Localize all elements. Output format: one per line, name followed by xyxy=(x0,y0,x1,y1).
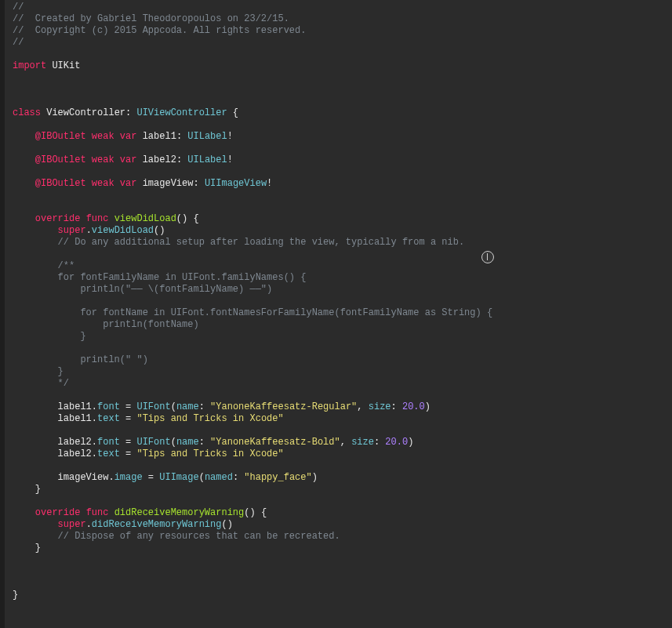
prop: text xyxy=(97,448,120,459)
keyword-var: var xyxy=(120,154,137,165)
var-ref: label2 xyxy=(58,437,92,448)
prop: font xyxy=(97,437,120,448)
comment-line: // xyxy=(13,37,24,48)
comment-line: // xyxy=(13,2,24,13)
keyword-func: func xyxy=(86,507,109,518)
block-comment: } xyxy=(58,366,64,377)
keyword-func: func xyxy=(86,213,109,224)
type: UILabel xyxy=(187,131,227,142)
var-name: label2 xyxy=(143,154,176,165)
prop: text xyxy=(97,413,120,424)
ctor: UIFont xyxy=(136,437,170,448)
keyword-weak: weak xyxy=(92,131,114,142)
block-comment: for fontFamilyName in UIFont.familyNames… xyxy=(58,272,307,283)
module-name: UIKit xyxy=(52,60,80,71)
brace: { xyxy=(227,107,238,118)
call: viewDidLoad xyxy=(92,225,154,236)
colon: : xyxy=(125,107,136,118)
block-comment: /** xyxy=(58,260,75,271)
attr-iboutlet: @IBOutlet xyxy=(35,154,86,165)
var-name: label1 xyxy=(143,131,176,142)
string: "Tips and Tricks in Xcode" xyxy=(136,448,283,459)
string: "YanoneKaffeesatz-Bold" xyxy=(210,437,340,448)
keyword-override: override xyxy=(35,507,81,518)
keyword-import: import xyxy=(13,60,46,71)
string: "happy_face" xyxy=(244,472,311,483)
keyword-weak: weak xyxy=(92,154,114,165)
ctor: UIFont xyxy=(136,401,170,412)
var-ref: label2 xyxy=(58,448,92,459)
keyword-weak: weak xyxy=(92,178,114,189)
string: "Tips and Tricks in Xcode" xyxy=(136,413,283,424)
keyword-super: super xyxy=(58,225,86,236)
var-ref: imageView xyxy=(58,472,109,483)
var-ref: label1 xyxy=(58,401,92,412)
call: didReceiveMemoryWarning xyxy=(92,519,222,530)
brace: } xyxy=(35,543,41,554)
number: 20.0 xyxy=(402,401,425,412)
code-content[interactable]: // // Created by Gabriel Theodoropoulos … xyxy=(9,2,672,601)
func-name: viewDidLoad xyxy=(114,213,176,224)
type: UIImageView xyxy=(205,178,267,189)
prop: font xyxy=(97,401,120,412)
ctor: UIImage xyxy=(159,472,198,483)
superclass: UIViewController xyxy=(136,107,227,118)
block-comment: for fontName in UIFont.fontNamesForFamil… xyxy=(58,307,493,318)
keyword-var: var xyxy=(120,178,137,189)
comment-line: // Do any additional setup after loading… xyxy=(58,237,464,248)
func-name: didReceiveMemoryWarning xyxy=(114,507,245,518)
block-comment: println(fontName) xyxy=(58,319,199,330)
type: UILabel xyxy=(187,154,227,165)
attr-iboutlet: @IBOutlet xyxy=(35,131,86,142)
brace: } xyxy=(13,590,18,601)
number: 20.0 xyxy=(385,437,408,448)
keyword-super: super xyxy=(58,519,86,530)
var-ref: label1 xyxy=(58,413,92,424)
code-editor[interactable]: // // Created by Gabriel Theodoropoulos … xyxy=(0,0,672,601)
prop: image xyxy=(114,472,143,483)
keyword-override: override xyxy=(35,213,81,224)
class-name: ViewController xyxy=(46,107,125,118)
block-comment: println(" ") xyxy=(58,354,148,365)
comment-line: // Created by Gabriel Theodoropoulos on … xyxy=(13,13,289,24)
attr-iboutlet: @IBOutlet xyxy=(35,178,86,189)
comment-line: // Dispose of any resources that can be … xyxy=(58,531,340,542)
block-comment: */ xyxy=(58,378,69,389)
block-comment: println("—— \(fontFamilyName) ——") xyxy=(58,284,273,295)
block-comment: } xyxy=(58,331,86,342)
brace: } xyxy=(35,484,41,495)
var-name: imageView xyxy=(143,178,194,189)
string: "YanoneKaffeesatz-Regular" xyxy=(210,401,357,412)
keyword-class: class xyxy=(13,107,41,118)
comment-line: // Copyright (c) 2015 Appcoda. All right… xyxy=(13,25,306,36)
keyword-var: var xyxy=(120,131,137,142)
